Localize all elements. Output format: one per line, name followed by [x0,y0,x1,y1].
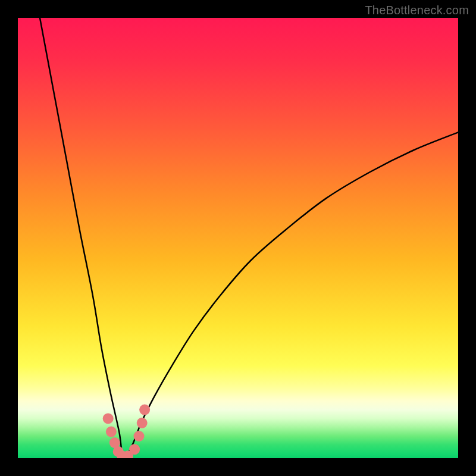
marker-dot [106,427,117,437]
chart-frame: TheBottleneck.com [0,0,476,476]
marker-dot [103,413,114,424]
marker-dot [137,418,148,428]
marker-dots [103,405,150,458]
marker-dot [134,431,145,441]
marker-dot [129,444,140,455]
plot-area [18,18,458,458]
bottleneck-curve [40,18,458,458]
bottleneck-curve-path [40,18,458,458]
watermark-text: TheBottleneck.com [365,4,469,17]
marker-dot [139,405,150,415]
curve-layer [18,18,458,458]
